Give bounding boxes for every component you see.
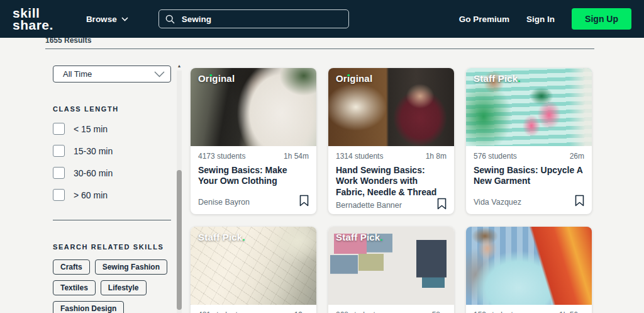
class-duration: 19m bbox=[294, 310, 309, 313]
student-count: 481 students bbox=[198, 310, 242, 313]
checkbox[interactable] bbox=[53, 145, 65, 157]
skillshare-logo[interactable]: skill share. bbox=[13, 7, 53, 31]
class-author[interactable]: Bernadette Banner bbox=[336, 201, 402, 210]
browse-label: Browse bbox=[86, 14, 117, 24]
class-length-option[interactable]: 30-60 min bbox=[53, 167, 171, 179]
class-card[interactable]: 152 students 1h 56m bbox=[466, 227, 592, 313]
top-navbar: skill share. Browse Go Premium Sign In S… bbox=[0, 0, 644, 38]
class-duration: 1h 56m bbox=[559, 310, 584, 313]
thumb-hand-sewing-split[interactable]: Orıginal bbox=[328, 68, 454, 146]
related-skills-heading: SEARCH RELATED SKILLS bbox=[53, 243, 171, 251]
sign-in-link[interactable]: Sign In bbox=[526, 14, 555, 24]
class-duration: 26m bbox=[570, 152, 584, 161]
thumb-embroidery-sketch[interactable]: Staff Pick. bbox=[191, 227, 316, 305]
class-length-option[interactable]: 15-30 min bbox=[53, 145, 171, 157]
time-filter-select[interactable]: All Time bbox=[53, 65, 171, 83]
class-card-info: 152 students 1h 56m bbox=[466, 305, 592, 313]
search-input[interactable] bbox=[180, 14, 342, 25]
class-author-row: Bernadette Banner bbox=[336, 198, 447, 210]
checkbox[interactable] bbox=[53, 189, 65, 201]
results-divider bbox=[45, 48, 594, 49]
class-length-option-label: 30-60 min bbox=[74, 168, 113, 178]
class-title[interactable]: Sewing Basics: Make Your Own Clothing bbox=[198, 165, 309, 187]
sidebar-divider bbox=[53, 220, 171, 220]
search-box[interactable] bbox=[158, 9, 349, 28]
filter-sidebar: All Time CLASS LENGTH < 15 min 15-30 min… bbox=[53, 65, 171, 313]
search-icon bbox=[165, 14, 175, 24]
bookmark-button[interactable] bbox=[437, 198, 447, 210]
bookmark-icon bbox=[437, 198, 447, 210]
thumb-woman-sewing-machine[interactable]: Orıginal bbox=[191, 68, 316, 146]
student-count: 1314 students bbox=[336, 152, 383, 161]
class-duration: 1h 54m bbox=[284, 152, 309, 161]
related-skill-tags: CraftsSewing FashionTextilesLifestyleFas… bbox=[53, 259, 171, 313]
sidebar-scrollbar-thumb[interactable] bbox=[177, 170, 182, 310]
class-card[interactable]: Orıginal 1314 students 1h 8m Hand Sewing… bbox=[328, 68, 454, 214]
bookmark-button[interactable] bbox=[299, 195, 309, 207]
class-author-row: Denise Bayron bbox=[198, 195, 309, 207]
class-duration: 58m bbox=[432, 310, 447, 313]
class-card-info: 481 students 19m bbox=[191, 305, 316, 313]
class-length-option-label: 15-30 min bbox=[74, 146, 113, 156]
class-badge: Staff Pick. bbox=[474, 73, 521, 84]
class-meta-row: 576 students 26m bbox=[474, 152, 584, 161]
class-length-option[interactable]: < 15 min bbox=[53, 123, 171, 135]
student-count: 576 students bbox=[474, 152, 517, 161]
student-count: 4173 students bbox=[198, 152, 245, 161]
class-duration: 1h 8m bbox=[426, 152, 447, 161]
navbar-right-links: Go Premium Sign In Sign Up bbox=[459, 8, 631, 30]
time-filter-value: All Time bbox=[63, 69, 92, 79]
class-meta-row: 1314 students 1h 8m bbox=[336, 152, 447, 161]
class-card[interactable]: Orıginal 4173 students 1h 54m Sewing Bas… bbox=[191, 68, 316, 214]
class-length-heading: CLASS LENGTH bbox=[53, 105, 171, 113]
class-meta-row: 4173 students 1h 54m bbox=[198, 152, 309, 161]
class-length-option[interactable]: > 60 min bbox=[53, 189, 171, 201]
class-meta-row: 481 students 19m bbox=[198, 310, 309, 313]
thumb-woman-blue-red-fabric[interactable] bbox=[466, 227, 592, 305]
class-card-info: 1314 students 1h 8m Hand Sewing Basics: … bbox=[328, 146, 454, 214]
class-length-option-label: < 15 min bbox=[74, 124, 108, 134]
scrollbar-up-arrow[interactable]: ▲ bbox=[176, 63, 182, 69]
bookmark-icon bbox=[299, 195, 309, 207]
thumb-fabric-swatches[interactable]: Staff Pick. bbox=[328, 227, 454, 305]
browse-menu-button[interactable]: Browse bbox=[82, 14, 132, 25]
sign-up-button[interactable]: Sign Up bbox=[572, 8, 631, 30]
class-badge: Orıginal bbox=[336, 73, 372, 84]
checkbox[interactable] bbox=[53, 123, 65, 135]
related-skill-tag[interactable]: Fashion Design bbox=[53, 301, 124, 313]
class-author-row: Vida Vazquez bbox=[474, 195, 584, 207]
class-card-info: 4173 students 1h 54m Sewing Basics: Make… bbox=[191, 146, 316, 214]
class-card[interactable]: Staff Pick. 481 students 19m bbox=[191, 227, 316, 313]
skillshare-search-page: 1655 Results skill share. Browse Go Prem… bbox=[0, 0, 644, 313]
class-author[interactable]: Vida Vazquez bbox=[474, 198, 521, 207]
class-meta-row: 268 students 58m bbox=[336, 310, 447, 313]
checkbox[interactable] bbox=[53, 167, 65, 179]
chevron-down-icon bbox=[154, 71, 165, 77]
class-length-option-label: > 60 min bbox=[74, 190, 108, 200]
related-skill-tag[interactable]: Lifestyle bbox=[101, 280, 147, 295]
chevron-down-icon bbox=[121, 17, 128, 21]
logo-line-2: share. bbox=[13, 19, 53, 31]
class-card[interactable]: Staff Pick. 576 students 26m Sewing Basi… bbox=[466, 68, 592, 214]
bookmark-button[interactable] bbox=[575, 195, 584, 207]
go-premium-link[interactable]: Go Premium bbox=[459, 14, 509, 24]
thumb-cherry-striped-shirt[interactable]: Staff Pick. bbox=[466, 68, 592, 146]
related-skill-tag[interactable]: Textiles bbox=[53, 280, 96, 295]
student-count: 268 students bbox=[336, 310, 379, 313]
class-badge: Orıginal bbox=[198, 73, 235, 84]
class-card[interactable]: Staff Pick. 268 students 58m bbox=[328, 227, 454, 313]
class-badge: Staff Pick. bbox=[336, 232, 383, 242]
class-results-grid: Orıginal 4173 students 1h 54m Sewing Bas… bbox=[191, 68, 593, 313]
student-count: 152 students bbox=[474, 310, 517, 313]
sidebar-scrollbar-track[interactable] bbox=[177, 71, 182, 313]
class-title[interactable]: Sewing Basics: Upcycle A New Garment bbox=[474, 165, 584, 187]
class-author[interactable]: Denise Bayron bbox=[198, 198, 250, 207]
class-length-options: < 15 min 15-30 min 30-60 min > 60 min bbox=[53, 123, 171, 201]
bookmark-icon bbox=[575, 195, 584, 207]
class-title[interactable]: Hand Sewing Basics: Work Wonders with Fa… bbox=[336, 165, 447, 198]
class-card-info: 576 students 26m Sewing Basics: Upcycle … bbox=[466, 146, 592, 214]
class-meta-row: 152 students 1h 56m bbox=[474, 310, 584, 313]
class-card-info: 268 students 58m bbox=[328, 305, 454, 313]
related-skill-tag[interactable]: Sewing Fashion bbox=[95, 259, 167, 275]
related-skill-tag[interactable]: Crafts bbox=[53, 259, 90, 275]
